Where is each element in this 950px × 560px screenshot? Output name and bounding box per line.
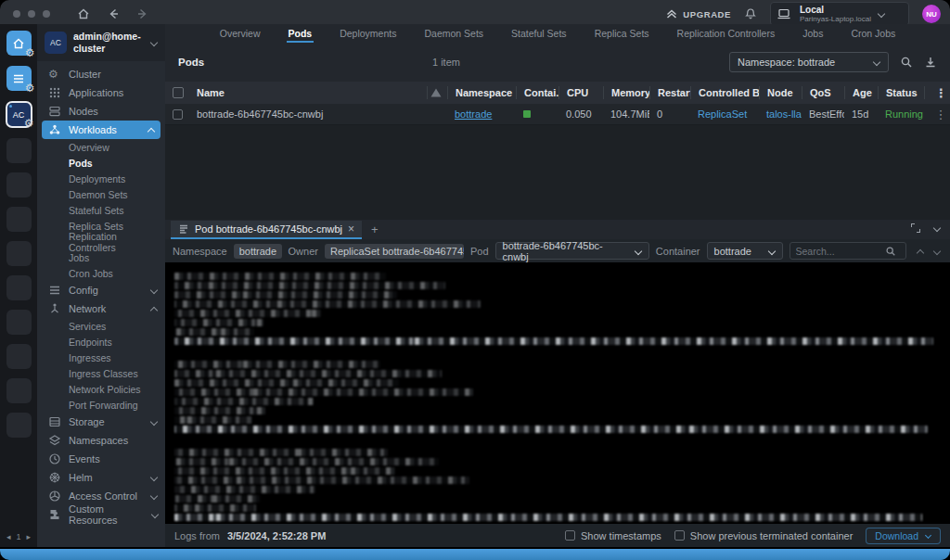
controlled-by-link[interactable]: ReplicaSet xyxy=(698,108,747,120)
sidebar-item-storage[interactable]: Storage xyxy=(37,413,165,431)
cluster-context-dropdown[interactable]: Local Parinyas-Laptop.local xyxy=(770,2,909,27)
search-icon[interactable] xyxy=(885,246,896,257)
hotbar-empty-slot[interactable] xyxy=(6,138,32,163)
tab-pods[interactable]: Pods xyxy=(287,27,315,43)
hotbar-home-button[interactable]: ⚙ xyxy=(6,31,32,56)
download-icon[interactable] xyxy=(924,56,937,69)
search-icon[interactable] xyxy=(900,56,913,69)
namespace-badge[interactable]: bottrade xyxy=(234,244,282,259)
table-row[interactable]: bottrade-6b467745bc-cnwbj bottrade 0.050… xyxy=(165,104,950,125)
sidebar-item-daemon-sets[interactable]: Daemon Sets xyxy=(37,186,165,202)
hotbar-empty-slot[interactable] xyxy=(6,207,32,232)
column-containers[interactable]: Contai... xyxy=(516,86,558,99)
row-menu-button[interactable]: ⋮ xyxy=(924,108,950,121)
log-content[interactable] xyxy=(165,262,950,524)
hotbar-empty-slot[interactable] xyxy=(6,344,32,369)
new-tab-button[interactable]: + xyxy=(371,223,379,236)
sidebar-item-workloads[interactable]: Workloads xyxy=(42,121,160,139)
gear-icon[interactable]: ⚙ xyxy=(25,82,35,95)
sidebar-item-stateful-sets[interactable]: Stateful Sets xyxy=(37,202,165,218)
sidebar-item-network-policies[interactable]: Network Policies xyxy=(37,381,165,397)
column-status[interactable]: Status xyxy=(878,86,924,99)
tab-replication-controllers[interactable]: Replication Controllers xyxy=(675,27,777,43)
tab-overview[interactable]: Overview xyxy=(218,27,263,43)
sidebar-item-services[interactable]: Services xyxy=(37,318,165,334)
traffic-light-close-button[interactable] xyxy=(13,10,20,18)
sidebar-item-endpoints[interactable]: Endpoints xyxy=(37,334,165,350)
notifications-bell-icon[interactable] xyxy=(744,7,757,20)
tab-stateful-sets[interactable]: Stateful Sets xyxy=(509,27,569,43)
show-timestamps-checkbox[interactable] xyxy=(565,530,575,541)
sidebar-item-network[interactable]: Network xyxy=(37,299,165,318)
download-button[interactable]: Download xyxy=(866,528,941,544)
sidebar-item-namespaces[interactable]: Namespaces xyxy=(37,431,165,450)
show-timestamps-toggle[interactable]: Show timestamps xyxy=(565,530,661,541)
log-search-input[interactable] xyxy=(796,246,885,257)
gear-icon[interactable]: ⚙ xyxy=(24,117,34,130)
column-cpu[interactable]: CPU xyxy=(558,86,603,99)
traffic-light-minimize-button[interactable] xyxy=(28,10,35,18)
sidebar-item-nodes[interactable]: Nodes xyxy=(37,102,165,121)
home-button[interactable] xyxy=(77,7,90,20)
back-button[interactable] xyxy=(107,7,120,20)
sidebar-item-port-forwarding[interactable]: Port Forwarding xyxy=(37,397,165,413)
column-memory[interactable]: Memory xyxy=(603,86,649,99)
namespace-filter-select[interactable]: Namespace: bottrade xyxy=(729,52,889,72)
show-previous-toggle[interactable]: Show previous terminated container xyxy=(674,530,853,541)
expand-icon[interactable] xyxy=(911,223,920,233)
hotbar-empty-slot[interactable] xyxy=(6,413,32,438)
column-node[interactable]: Node xyxy=(759,86,802,99)
tab-daemon-sets[interactable]: Daemon Sets xyxy=(422,27,485,43)
sidebar-item-helm[interactable]: Helm xyxy=(37,468,165,487)
tab-cron-jobs[interactable]: Cron Jobs xyxy=(849,27,897,43)
previous-match-button[interactable] xyxy=(917,248,924,255)
column-controlled-by[interactable]: Controlled By xyxy=(690,86,759,99)
hotbar-prev-button[interactable]: ◂ xyxy=(6,532,11,541)
sidebar-item-cron-jobs[interactable]: Cron Jobs xyxy=(37,265,165,281)
sidebar-item-applications[interactable]: Applications xyxy=(37,83,165,102)
container-select[interactable]: bottrade xyxy=(707,242,783,260)
traffic-light-zoom-button[interactable] xyxy=(43,10,50,18)
sidebar-item-config[interactable]: Config xyxy=(37,281,165,299)
column-restarts[interactable]: Restarts xyxy=(649,86,690,99)
pod-select[interactable]: bottrade-6b467745bc-cnwbj xyxy=(495,242,649,260)
node-link[interactable]: talos-lla-h xyxy=(766,108,802,120)
column-qos[interactable]: QoS xyxy=(802,86,844,99)
column-namespace[interactable]: Namespace xyxy=(447,86,516,99)
row-checkbox[interactable] xyxy=(173,109,183,120)
hotbar-empty-slot[interactable] xyxy=(6,241,32,266)
chevron-down-icon[interactable] xyxy=(933,224,941,232)
sidebar-item-events[interactable]: Events xyxy=(37,450,165,468)
upgrade-button[interactable]: UPGRADE xyxy=(665,7,731,20)
sidebar-item-overview[interactable]: Overview xyxy=(37,139,165,155)
next-match-button[interactable] xyxy=(933,248,941,255)
hotbar-empty-slot[interactable] xyxy=(6,275,32,300)
hotbar-cluster-tile-active[interactable]: AC ⚙ xyxy=(6,101,32,128)
sidebar-item-pods[interactable]: Pods xyxy=(37,155,165,171)
close-icon[interactable]: × xyxy=(348,223,354,235)
tab-deployments[interactable]: Deployments xyxy=(338,27,398,43)
show-previous-checkbox[interactable] xyxy=(674,530,685,541)
sidebar-item-deployments[interactable]: Deployments xyxy=(37,171,165,186)
hotbar-empty-slot[interactable] xyxy=(6,172,32,197)
dock-tab-pod-logs[interactable]: Pod bottrade-6b467745bc-cnwbj × xyxy=(171,221,362,239)
owner-badge[interactable]: ReplicaSet bottrade-6b467745bc xyxy=(325,244,464,259)
hotbar-empty-slot[interactable] xyxy=(6,378,32,403)
sidebar-item-replication-controllers[interactable]: Replication Controllers xyxy=(37,234,165,249)
column-name[interactable]: Name xyxy=(189,86,427,99)
hotbar-next-button[interactable]: ▸ xyxy=(27,532,32,541)
sidebar-item-cluster[interactable]: ⚙Cluster xyxy=(37,65,165,83)
sidebar-item-custom-resources[interactable]: Custom Resources xyxy=(37,505,165,524)
sidebar-item-ingresses[interactable]: Ingresses xyxy=(37,350,165,365)
user-avatar[interactable]: NU xyxy=(922,5,941,23)
sidebar-item-ingress-classes[interactable]: Ingress Classes xyxy=(37,365,165,381)
hotbar-catalog-button[interactable]: ⚙ xyxy=(6,66,32,91)
tab-replica-sets[interactable]: Replica Sets xyxy=(593,27,651,43)
cluster-menu[interactable]: AC admin@home-cluster xyxy=(37,24,165,61)
select-all-checkbox[interactable] xyxy=(173,87,184,98)
forward-button[interactable] xyxy=(136,7,149,20)
namespace-link[interactable]: bottrade xyxy=(455,108,492,120)
column-warnings[interactable] xyxy=(427,86,447,99)
gear-icon[interactable]: ⚙ xyxy=(25,46,35,59)
tab-jobs[interactable]: Jobs xyxy=(801,27,825,43)
